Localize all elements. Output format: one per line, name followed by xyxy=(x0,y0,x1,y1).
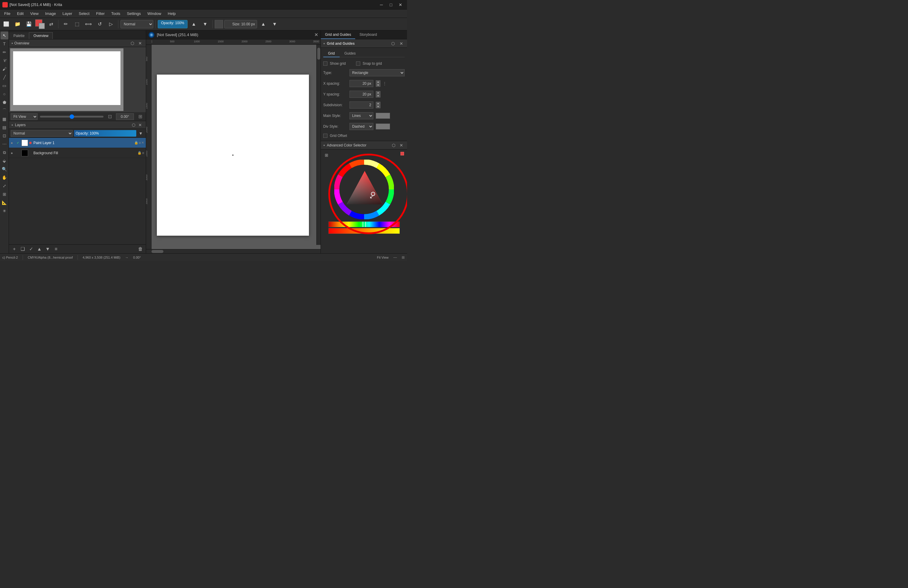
size-up-button[interactable]: ▲ xyxy=(258,19,268,29)
rect-tool-button[interactable]: ▭ xyxy=(1,82,8,90)
canvas-scrollbar-right[interactable] xyxy=(316,45,320,245)
color-selector-maximize[interactable]: ⬡ xyxy=(390,142,397,148)
menu-item-help[interactable]: Help xyxy=(165,10,179,17)
y-spacing-input[interactable]: 20 px xyxy=(349,91,374,98)
ruler-tool-button[interactable]: 📐 xyxy=(1,199,8,206)
type-select[interactable]: Rectangle xyxy=(349,69,405,76)
layers-close-button[interactable]: ✕ xyxy=(137,122,143,128)
freehand-tool-button[interactable]: ✏ xyxy=(1,48,8,56)
crop-tool-button[interactable]: ⊡ xyxy=(1,132,8,140)
brush-preset-button[interactable]: ✏ xyxy=(61,19,71,29)
calligraphy-tool-button[interactable]: 𝒞 xyxy=(1,57,8,64)
swap-colors-button[interactable]: ⇄ xyxy=(46,19,56,29)
pan-tool-button[interactable]: ✋ xyxy=(1,174,8,181)
select-tool-button[interactable]: ↖ xyxy=(1,32,8,39)
ellipse-tool-button[interactable]: ○ xyxy=(1,90,8,98)
layer-visibility-paint[interactable]: ● xyxy=(11,141,16,145)
subdivision-input[interactable]: 2 xyxy=(349,101,374,109)
layer-item-paint[interactable]: ● ✓ Paint Layer 1 🔒 α ✕ xyxy=(9,138,146,148)
grid-guides-close-button[interactable]: ✕ xyxy=(398,40,405,47)
erase-button[interactable]: ⬚ xyxy=(72,19,82,29)
grid-offset-checkbox[interactable] xyxy=(323,134,327,138)
gradient-tool-button[interactable]: ▤ xyxy=(1,124,8,131)
menu-item-select[interactable]: Select xyxy=(76,10,92,17)
y-spacing-down[interactable]: ▼ xyxy=(376,94,380,98)
div-style-color[interactable] xyxy=(376,124,390,129)
show-grid-checkbox[interactable] xyxy=(323,61,327,66)
maximize-button[interactable]: □ xyxy=(387,1,395,9)
layer-item-bg[interactable]: ● ✓ Background Fill 🔒 α xyxy=(9,148,146,158)
menu-item-settings[interactable]: Settings xyxy=(124,10,144,17)
scroll-thumb-h[interactable] xyxy=(151,250,163,253)
snap-to-grid-checkbox[interactable] xyxy=(356,61,360,66)
new-document-button[interactable]: ⬜ xyxy=(1,19,11,29)
canvas-scrollbar-bottom[interactable] xyxy=(146,249,320,253)
menu-item-tools[interactable]: Tools xyxy=(108,10,123,17)
menu-item-layer[interactable]: Layer xyxy=(60,10,75,17)
div-style-select[interactable]: Dashed xyxy=(349,123,374,130)
canvas-close-button[interactable]: ✕ xyxy=(314,32,318,38)
transform-tool-button[interactable]: ⤢ xyxy=(1,182,8,190)
menu-item-window[interactable]: Window xyxy=(144,10,164,17)
zoom-fit-button[interactable]: — xyxy=(393,255,397,259)
minimize-button[interactable]: ─ xyxy=(377,1,386,9)
text-tool-button[interactable]: T xyxy=(1,40,8,48)
clone-tool-button[interactable]: ⧉ xyxy=(1,148,8,156)
menu-item-file[interactable]: File xyxy=(1,10,13,17)
tab-palette[interactable]: Palette xyxy=(9,32,29,39)
mirror-button[interactable]: ⟺ xyxy=(83,19,93,29)
layers-blend-select[interactable]: Normal xyxy=(11,130,73,137)
layers-maximize-button[interactable]: ⬡ xyxy=(130,122,137,128)
close-button[interactable]: ✕ xyxy=(396,1,405,9)
sub-tab-guides[interactable]: Guides xyxy=(340,50,361,57)
tab-storyboard[interactable]: Storyboard xyxy=(355,31,381,39)
menu-item-image[interactable]: Image xyxy=(42,10,59,17)
polygon-tool-button[interactable]: ⬟ xyxy=(1,98,8,106)
down-layer-button[interactable]: ▼ xyxy=(44,245,51,253)
blend-mode-select[interactable]: Normal xyxy=(121,20,153,28)
opacity-down-button[interactable]: ▼ xyxy=(200,19,210,29)
hue-bar[interactable] xyxy=(328,221,400,227)
layout-sync-button[interactable]: ⊞ xyxy=(136,113,144,121)
softproof-button[interactable]: ▷ xyxy=(106,19,116,29)
layers-filter-button[interactable]: ▼ xyxy=(137,130,144,137)
add-layer-button[interactable]: + xyxy=(11,245,18,253)
fill-tool-button[interactable]: ▦ xyxy=(1,115,8,123)
main-style-select[interactable]: Lines xyxy=(349,112,374,119)
menu-item-filter[interactable]: Filter xyxy=(93,10,108,17)
scroll-thumb-v[interactable] xyxy=(317,48,320,60)
wrap-around-button[interactable]: ↺ xyxy=(95,19,105,29)
color-wheel-svg[interactable]: ↙ xyxy=(334,159,394,219)
saturation-bar[interactable] xyxy=(328,228,400,234)
x-spacing-up[interactable]: ▲ xyxy=(376,80,380,84)
subdivision-up[interactable]: ▲ xyxy=(376,102,380,105)
canvas-viewport[interactable] xyxy=(151,45,320,249)
canvas-layout-button[interactable]: ⊞ xyxy=(402,255,405,259)
opacity-up-button[interactable]: ▲ xyxy=(189,19,199,29)
overview-maximize-button[interactable]: ⬡ xyxy=(129,40,136,47)
bezier-tool-button[interactable]: ⌒ xyxy=(1,107,8,114)
menu-item-edit[interactable]: Edit xyxy=(14,10,27,17)
color-selector-close[interactable]: ✕ xyxy=(398,142,405,148)
layer-visibility-bg[interactable]: ● xyxy=(11,151,16,155)
size-down-button[interactable]: ▼ xyxy=(270,19,280,29)
rotation-input[interactable]: 0.00° xyxy=(116,113,134,120)
settings-layer-button[interactable]: ≡ xyxy=(53,245,60,253)
delete-layer-button[interactable]: 🗑 xyxy=(137,245,144,253)
zoom-tool-button[interactable]: 🔍 xyxy=(1,165,8,173)
overview-close-button[interactable]: ✕ xyxy=(137,40,143,47)
group-layer-button[interactable]: ❑ xyxy=(19,245,26,253)
check-layer-button[interactable]: ✓ xyxy=(27,245,35,253)
smart-patch-button[interactable]: ⋯ xyxy=(1,140,8,148)
grid-guides-maximize-button[interactable]: ⬡ xyxy=(390,40,396,47)
sync-button[interactable]: ⊡ xyxy=(106,113,114,121)
wrap-tool-button[interactable]: ⊞ xyxy=(1,190,8,198)
tab-grid-guides[interactable]: Grid and Guides xyxy=(321,31,355,39)
y-spacing-up[interactable]: ▲ xyxy=(376,91,380,94)
tab-overview[interactable]: Overview xyxy=(29,32,53,39)
main-style-color[interactable] xyxy=(376,113,390,119)
subdivision-down[interactable]: ▼ xyxy=(376,105,380,108)
open-button[interactable]: 📁 xyxy=(13,19,23,29)
color-sampler-button[interactable]: ⬙ xyxy=(1,157,8,165)
multibrush-button[interactable]: ✳ xyxy=(1,207,8,215)
